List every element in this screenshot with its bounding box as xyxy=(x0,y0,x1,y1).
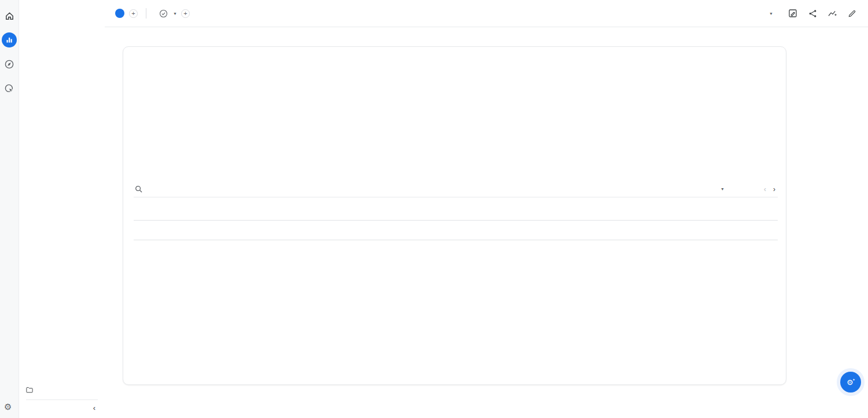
date-dropdown-icon[interactable]: ▼ xyxy=(769,12,773,16)
library-folder-icon xyxy=(26,387,33,393)
line-chart[interactable] xyxy=(134,58,479,172)
comparison-avatar[interactable] xyxy=(115,9,124,18)
collapse-sidebar-icon[interactable]: ‹ xyxy=(93,404,98,412)
svg-text:⚙: ⚙ xyxy=(847,378,854,387)
title-dropdown-icon[interactable]: ▼ xyxy=(173,12,177,16)
share-icon[interactable] xyxy=(804,6,821,21)
app-window: ⚙ ‹ + ▼ + xyxy=(0,0,868,418)
insights-fab[interactable]: ⚙ xyxy=(840,372,861,393)
bar-chart-panel xyxy=(488,56,778,178)
report-content: ▼ ‹ › xyxy=(105,27,868,418)
rows-per-page-control[interactable]: ▼ xyxy=(708,187,724,191)
table-header-row xyxy=(134,197,778,221)
line-chart-panel xyxy=(134,56,483,178)
table-totals-row xyxy=(134,221,778,240)
app-rail: ⚙ xyxy=(0,0,19,418)
sidebar-collapse-row: ‹ xyxy=(26,399,98,412)
bar-chart[interactable] xyxy=(488,58,778,178)
reports-icon[interactable] xyxy=(2,32,17,47)
gear-sparkle-icon: ⚙ xyxy=(845,376,856,388)
main-area: + ▼ + ▼ xyxy=(105,0,868,418)
prev-page-icon[interactable]: ‹ xyxy=(764,185,766,193)
report-card: ▼ ‹ › xyxy=(123,46,786,385)
search-input[interactable] xyxy=(147,186,321,193)
header-divider xyxy=(146,8,146,19)
report-check-icon[interactable] xyxy=(159,9,168,18)
sidebar-bottom: ‹ xyxy=(19,380,105,418)
table-controls: ▼ ‹ › xyxy=(134,184,778,197)
advertising-icon[interactable] xyxy=(2,81,17,96)
next-page-icon[interactable]: › xyxy=(773,185,775,193)
add-comparison-icon[interactable]: + xyxy=(129,9,138,18)
rows-per-page-dropdown-icon: ▼ xyxy=(720,187,724,191)
edit-comparison-icon[interactable] xyxy=(785,6,801,21)
report-nav-sidebar: ‹ xyxy=(19,0,105,418)
sidebar-nav xyxy=(19,7,105,380)
search-icon xyxy=(135,185,142,193)
sidebar-item-library[interactable] xyxy=(19,383,105,396)
report-header: + ▼ + ▼ xyxy=(105,0,868,27)
insights-icon[interactable] xyxy=(824,6,840,21)
customize-report-icon[interactable] xyxy=(844,6,860,21)
add-report-icon[interactable]: + xyxy=(181,9,190,18)
settings-gear-icon[interactable]: ⚙ xyxy=(4,402,12,412)
home-icon[interactable] xyxy=(2,8,17,23)
explore-icon[interactable] xyxy=(2,57,17,72)
data-table: ▼ ‹ › xyxy=(134,184,778,240)
